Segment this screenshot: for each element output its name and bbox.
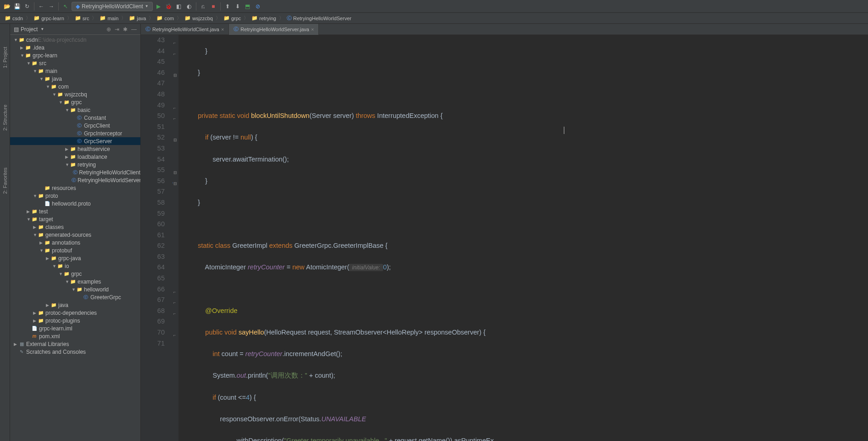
bc-item[interactable]: 📁java bbox=[129, 15, 146, 21]
tree-item[interactable]: ▼📁grpc bbox=[10, 270, 140, 278]
bc-item[interactable]: 📁csdn bbox=[5, 15, 23, 21]
tree-item[interactable]: ▼📁retrying bbox=[10, 161, 140, 168]
bc-item[interactable]: 📁retrying bbox=[251, 15, 276, 21]
tree-item[interactable]: ▶📁protoc-plugins bbox=[10, 317, 140, 324]
tree-item[interactable]: ▼📁generated-sources bbox=[10, 231, 140, 239]
tree-item[interactable]: ✎Scratches and Consoles bbox=[10, 348, 140, 356]
hide-icon[interactable]: — bbox=[131, 26, 137, 33]
hammer-icon[interactable]: ↖ bbox=[61, 2, 70, 11]
collapse-icon[interactable]: ⇥ bbox=[115, 26, 119, 33]
tree-item[interactable]: ⒸGrpcInterceptor bbox=[10, 129, 140, 137]
tree-item[interactable]: ▼📁wsjzzcbq bbox=[10, 90, 140, 98]
bc-item[interactable]: ⒸRetryingHelloWorldServer bbox=[287, 15, 351, 22]
tree-item[interactable]: ▶▦External Libraries bbox=[10, 340, 140, 348]
open-icon[interactable]: 📂 bbox=[3, 2, 11, 11]
coverage-icon[interactable]: ◧ bbox=[175, 2, 183, 11]
bc-item[interactable]: 📁grpc-learn bbox=[33, 15, 64, 21]
tree-item[interactable]: ⒸGreeterGrpc bbox=[10, 293, 140, 301]
tree-item[interactable]: ▶📁loadbalance bbox=[10, 153, 140, 161]
tree-item[interactable]: ⒸGrpcClient bbox=[10, 122, 140, 129]
settings-icon[interactable]: ✱ bbox=[123, 26, 128, 33]
left-tool-tabs: 1: Project 2: Structure 2: Favorites bbox=[0, 24, 10, 441]
tree-item[interactable]: ▼📁target bbox=[10, 215, 140, 223]
fold-column: ⌐⌐⊟⌐⌐⊟⊟⊟⌐⌐⌐⌐ bbox=[173, 35, 178, 441]
tree-item[interactable]: ▶📁annotations bbox=[10, 239, 140, 246]
tree-item[interactable]: ▶📁classes bbox=[10, 223, 140, 231]
block-icon[interactable]: ⊘ bbox=[254, 2, 262, 11]
code-content[interactable]: } } private static void blockUntilShutdo… bbox=[178, 35, 868, 441]
tab-favorites[interactable]: 2: Favorites bbox=[2, 167, 8, 194]
tree-item[interactable]: ▼📁io bbox=[10, 262, 140, 270]
run-config-label: RetryingHelloWorldClient bbox=[82, 3, 143, 10]
tree-item[interactable]: ▼📁java bbox=[10, 75, 140, 83]
tree-item[interactable]: ▶📁test bbox=[10, 207, 140, 215]
fwd-icon[interactable]: → bbox=[47, 2, 56, 11]
tree-item[interactable]: ▼📁grpc bbox=[10, 98, 140, 106]
editor-tabs: ⒸRetryingHelloWorldClient.java× ⒸRetryin… bbox=[141, 24, 868, 35]
search-icon[interactable]: ⬒ bbox=[244, 2, 252, 11]
tree-item[interactable]: ▼📁com bbox=[10, 83, 140, 90]
panel-title: Project bbox=[21, 26, 38, 33]
tree-item[interactable]: ⒸRetryingHelloWorldClient bbox=[10, 168, 140, 176]
editor-tab[interactable]: ⒸRetryingHelloWorldServer.java× bbox=[229, 24, 319, 35]
tree-item[interactable]: ▼📁basic bbox=[10, 106, 140, 114]
attach-icon[interactable]: ⎌ bbox=[199, 2, 207, 11]
run-config-dropdown[interactable]: ◆ RetryingHelloWorldClient ▼ bbox=[72, 2, 153, 11]
tree-item[interactable]: ⒸConstant bbox=[10, 114, 140, 122]
tree-item[interactable]: ▶📁java bbox=[10, 301, 140, 309]
bc-item[interactable]: 📁wsjzzcbq bbox=[184, 15, 213, 21]
project-panel: ▤Project▼ ⊕ ⇥ ✱ — ▼📁csdn E:\idea-project… bbox=[10, 24, 141, 441]
breadcrumb-bar: 📁csdn〉 📁grpc-learn〉 📁src〉 📁main〉 📁java〉 … bbox=[0, 13, 868, 24]
tree-item[interactable]: 📄helloworld.proto bbox=[10, 200, 140, 207]
tab-project[interactable]: 1: Project bbox=[2, 47, 8, 68]
main-toolbar: 📂 💾 ↻ ← → ↖ ◆ RetryingHelloWorldClient ▼… bbox=[0, 0, 868, 13]
project-tree[interactable]: ▼📁csdn E:\idea-project\csdn▶📁.idea▼📁grpc… bbox=[10, 35, 140, 441]
bc-item[interactable]: 📁main bbox=[100, 15, 118, 21]
tree-item[interactable]: ▶📁protoc-dependencies bbox=[10, 309, 140, 317]
tree-item[interactable]: ⒸRetryingHelloWorldServer bbox=[10, 176, 140, 184]
tree-item[interactable]: ▶📁healthservice bbox=[10, 145, 140, 153]
back-icon[interactable]: ← bbox=[37, 2, 45, 11]
tree-item[interactable]: ▼📁helloworld bbox=[10, 285, 140, 293]
tree-item[interactable]: ▼📁proto bbox=[10, 192, 140, 200]
editor-tab[interactable]: ⒸRetryingHelloWorldClient.java× bbox=[141, 24, 229, 35]
gutter: 4344454647484950515253545556575859606162… bbox=[141, 35, 173, 441]
git-icon[interactable]: ⬆ bbox=[223, 2, 232, 11]
text-cursor bbox=[564, 127, 564, 134]
close-icon[interactable]: × bbox=[311, 27, 314, 32]
code-editor[interactable]: 4344454647484950515253545556575859606162… bbox=[141, 35, 868, 441]
save-icon[interactable]: 💾 bbox=[13, 2, 21, 11]
tree-item[interactable]: 📄grpc-learn.iml bbox=[10, 324, 140, 332]
tree-item[interactable]: mpom.xml bbox=[10, 332, 140, 340]
tree-item[interactable]: 📁resources bbox=[10, 184, 140, 192]
tree-item[interactable]: ▼📁grpc-learn bbox=[10, 51, 140, 59]
run-icon[interactable]: ▶ bbox=[155, 2, 163, 11]
tree-item[interactable]: ▼📁protobuf bbox=[10, 246, 140, 254]
tree-item[interactable]: ▶📁grpc-java bbox=[10, 254, 140, 262]
profile-icon[interactable]: ◐ bbox=[185, 2, 193, 11]
tree-item[interactable]: ▼📁csdn E:\idea-project\csdn bbox=[10, 36, 140, 44]
bc-item[interactable]: 📁src bbox=[75, 15, 89, 21]
stop-icon[interactable]: ■ bbox=[209, 2, 217, 11]
sync-icon[interactable]: ↻ bbox=[23, 2, 31, 11]
tree-item[interactable]: ▼📁src bbox=[10, 59, 140, 67]
tree-item[interactable]: ▼📁main bbox=[10, 67, 140, 75]
locate-icon[interactable]: ⊕ bbox=[106, 26, 111, 33]
bc-item[interactable]: 📁grpc bbox=[223, 15, 241, 21]
tree-item[interactable]: ⒸGrpcServer bbox=[10, 137, 140, 145]
tab-structure[interactable]: 2: Structure bbox=[2, 105, 8, 131]
bc-item[interactable]: 📁com bbox=[156, 15, 174, 21]
tree-item[interactable]: ▼📁examples bbox=[10, 278, 140, 285]
tree-item[interactable]: ▶📁.idea bbox=[10, 44, 140, 51]
close-icon[interactable]: × bbox=[221, 27, 224, 32]
git-icon2[interactable]: ⬇ bbox=[234, 2, 242, 11]
debug-icon[interactable]: 🐞 bbox=[165, 2, 173, 11]
